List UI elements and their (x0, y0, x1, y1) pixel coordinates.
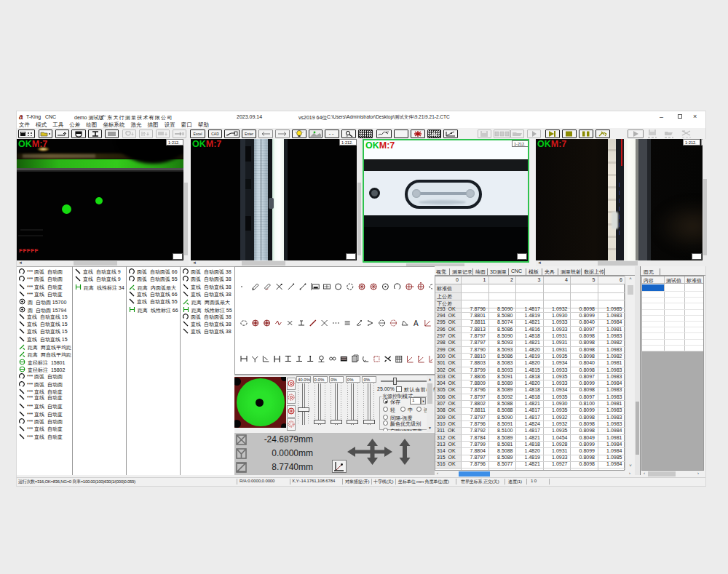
svg-text:A: A (414, 319, 419, 327)
